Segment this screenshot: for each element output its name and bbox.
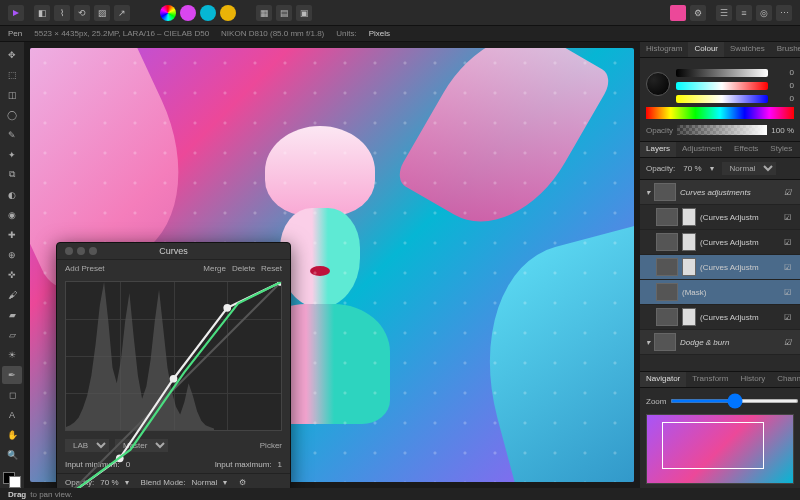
fill-tool-icon[interactable]: ▰ <box>2 306 22 324</box>
curves-graph[interactable] <box>65 281 282 431</box>
navigator-panel: Zoom 52 % <box>640 388 800 488</box>
swatch-cyan[interactable] <box>200 5 216 21</box>
layer-row[interactable]: (Curves Adjustm☑ <box>640 305 800 330</box>
persona-develop-icon[interactable]: ⟲ <box>74 5 90 21</box>
toggle-snap-icon[interactable]: ▣ <box>296 5 312 21</box>
l-value[interactable]: 0 <box>772 68 794 77</box>
swatch-magenta[interactable] <box>180 5 196 21</box>
persona-liquify-icon[interactable]: ⌇ <box>54 5 70 21</box>
layer-row[interactable]: (Curves Adjustm☑ <box>640 230 800 255</box>
align-icon[interactable]: ≡ <box>736 5 752 21</box>
color-well[interactable] <box>646 72 670 96</box>
a-value[interactable]: 0 <box>772 81 794 90</box>
visibility-checkbox[interactable]: ☑ <box>784 338 794 347</box>
navigator-thumbnail[interactable] <box>646 414 794 484</box>
tab-channels[interactable]: Channels <box>771 372 800 387</box>
flood-select-icon[interactable]: ✦ <box>2 146 22 164</box>
swatch-yellow[interactable] <box>220 5 236 21</box>
accent-swatch[interactable] <box>670 5 686 21</box>
b-value[interactable]: 0 <box>772 94 794 103</box>
dialog-titlebar[interactable]: Curves <box>57 243 290 260</box>
tab-effects[interactable]: Effects <box>728 142 764 157</box>
hue-strip[interactable] <box>646 107 794 119</box>
toggle-guides-icon[interactable]: ▤ <box>276 5 292 21</box>
app-menu-icon[interactable] <box>8 5 24 21</box>
tab-adjustment[interactable]: Adjustment <box>676 142 728 157</box>
layer-row[interactable]: (Mask)☑ <box>640 280 800 305</box>
merge-button[interactable]: Merge <box>203 264 226 273</box>
layer-row[interactable]: ▾Dodge & burn☑ <box>640 330 800 355</box>
visibility-checkbox[interactable]: ☑ <box>784 313 794 322</box>
move-tool-icon[interactable]: ✥ <box>2 46 22 64</box>
persona-tone-icon[interactable]: ▨ <box>94 5 110 21</box>
redeye-tool-icon[interactable]: ◉ <box>2 206 22 224</box>
text-tool-icon[interactable]: A <box>2 406 22 424</box>
develop-tool-icon[interactable]: ◐ <box>2 186 22 204</box>
heal-tool-icon[interactable]: ✜ <box>2 266 22 284</box>
shape-tool-icon[interactable]: ◻ <box>2 386 22 404</box>
delete-button[interactable]: Delete <box>232 264 255 273</box>
tab-brushes[interactable]: Brushes <box>771 42 800 57</box>
crop-tool-icon[interactable]: ⧉ <box>2 166 22 184</box>
units-value[interactable]: Pixels <box>369 29 390 38</box>
preferences-icon[interactable]: ⋯ <box>776 5 792 21</box>
dodge-tool-icon[interactable]: ☀ <box>2 346 22 364</box>
hand-tool-icon[interactable]: ✋ <box>2 426 22 444</box>
selection-tool-icon[interactable]: ◫ <box>2 86 22 104</box>
arrange-icon[interactable]: ☰ <box>716 5 732 21</box>
visibility-checkbox[interactable]: ☑ <box>784 188 794 197</box>
disclosure-icon[interactable]: ▾ <box>646 188 650 197</box>
brush-select-icon[interactable]: ✎ <box>2 126 22 144</box>
visibility-checkbox[interactable]: ☑ <box>784 288 794 297</box>
tab-history[interactable]: History <box>734 372 771 387</box>
opacity-slider[interactable] <box>677 125 767 135</box>
erase-tool-icon[interactable]: ▱ <box>2 326 22 344</box>
pen-tool-icon[interactable]: ✒ <box>2 366 22 384</box>
reset-button[interactable]: Reset <box>261 264 282 273</box>
l-slider[interactable] <box>676 69 768 77</box>
persona-photo-icon[interactable]: ◧ <box>34 5 50 21</box>
layer-opacity-value[interactable]: 70 % <box>683 164 701 173</box>
curve-lines[interactable] <box>66 282 281 488</box>
layer-row[interactable]: (Curves Adjustm☑ <box>640 205 800 230</box>
tab-styles[interactable]: Styles <box>764 142 798 157</box>
a-slider[interactable] <box>676 82 768 90</box>
minimize-icon[interactable] <box>77 247 85 255</box>
layer-row[interactable]: (Curves Adjustm☑ <box>640 255 800 280</box>
tab-transform[interactable]: Transform <box>686 372 734 387</box>
add-preset-button[interactable]: Add Preset <box>65 264 105 273</box>
zoom-slider[interactable] <box>670 399 799 403</box>
paint-brush-icon[interactable]: 🖌 <box>2 286 22 304</box>
visibility-checkbox[interactable]: ☑ <box>784 238 794 247</box>
snapshot-icon[interactable]: ◎ <box>756 5 772 21</box>
layer-row[interactable]: ▾Curves adjustments☑ <box>640 180 800 205</box>
clone-tool-icon[interactable]: ⊕ <box>2 246 22 264</box>
chevron-down-icon[interactable]: ▾ <box>710 164 714 173</box>
persona-export-icon[interactable]: ↗ <box>114 5 130 21</box>
navigator-viewport-rect[interactable] <box>662 422 764 470</box>
zoom-tool-icon[interactable]: 🔍 <box>2 446 22 464</box>
disclosure-icon[interactable]: ▾ <box>646 338 650 347</box>
node-tool-icon[interactable]: ⬚ <box>2 66 22 84</box>
tab-colour[interactable]: Colour <box>688 42 724 57</box>
lasso-tool-icon[interactable]: ◯ <box>2 106 22 124</box>
tab-navigator[interactable]: Navigator <box>640 372 686 387</box>
inpaint-tool-icon[interactable]: ✚ <box>2 226 22 244</box>
tab-layers[interactable]: Layers <box>640 142 676 157</box>
blend-mode-select[interactable]: Normal <box>722 162 776 175</box>
visibility-checkbox[interactable]: ☑ <box>784 213 794 222</box>
color-chip[interactable] <box>3 472 21 488</box>
layer-thumbnail <box>656 308 678 326</box>
tab-swatches[interactable]: Swatches <box>724 42 771 57</box>
opacity-value[interactable]: 100 % <box>771 126 794 135</box>
color-wheel-icon[interactable] <box>160 5 176 21</box>
tab-histogram[interactable]: Histogram <box>640 42 688 57</box>
assistant-icon[interactable]: ⚙ <box>690 5 706 21</box>
visibility-checkbox[interactable]: ☑ <box>784 263 794 272</box>
close-icon[interactable] <box>65 247 73 255</box>
curves-dialog[interactable]: Curves Add Preset Merge Delete Reset <box>56 242 291 488</box>
canvas[interactable]: Curves Add Preset Merge Delete Reset <box>24 42 640 488</box>
b-slider[interactable] <box>676 95 768 103</box>
toggle-grid-icon[interactable]: ▦ <box>256 5 272 21</box>
zoom-icon[interactable] <box>89 247 97 255</box>
